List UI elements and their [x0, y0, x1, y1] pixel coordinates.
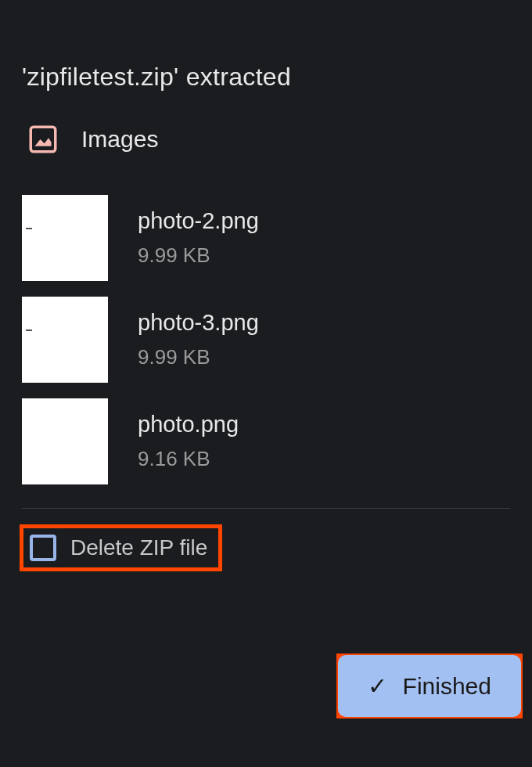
- file-size: 9.99 KB: [138, 243, 259, 268]
- file-thumbnail: [22, 398, 108, 484]
- finished-button-label: Finished: [403, 673, 491, 700]
- list-item[interactable]: photo-2.png 9.99 KB: [22, 195, 510, 281]
- file-size: 9.16 KB: [138, 447, 239, 471]
- file-name: photo.png: [138, 412, 239, 438]
- delete-zip-row[interactable]: Delete ZIP file: [30, 535, 207, 561]
- list-item[interactable]: photo-3.png 9.99 KB: [22, 297, 510, 383]
- finished-button[interactable]: ✓ Finished: [338, 655, 521, 717]
- check-icon: ✓: [368, 672, 387, 700]
- file-info: photo-3.png 9.99 KB: [138, 310, 259, 369]
- file-name: photo-2.png: [138, 208, 259, 234]
- list-item[interactable]: photo.png 9.16 KB: [22, 398, 510, 484]
- file-size: 9.99 KB: [138, 345, 259, 369]
- file-info: photo-2.png 9.99 KB: [138, 208, 259, 268]
- svg-rect-0: [31, 127, 56, 152]
- delete-zip-label: Delete ZIP file: [70, 535, 207, 560]
- footer: ✓ Finished: [336, 654, 523, 718]
- delete-zip-checkbox[interactable]: [30, 535, 56, 561]
- file-info: photo.png 9.16 KB: [138, 412, 239, 471]
- file-thumbnail: [22, 195, 108, 281]
- finished-highlight: ✓ Finished: [336, 654, 523, 718]
- file-list: photo-2.png 9.99 KB photo-3.png 9.99 KB …: [22, 195, 510, 484]
- page-title: 'zipfiletest.zip' extracted: [22, 63, 510, 92]
- divider: [22, 508, 510, 509]
- delete-zip-highlight: Delete ZIP file: [20, 524, 222, 571]
- file-thumbnail: [22, 297, 108, 383]
- image-icon: [27, 123, 59, 156]
- file-name: photo-3.png: [138, 310, 259, 336]
- section-label: Images: [81, 126, 158, 153]
- section-header: Images: [22, 123, 510, 156]
